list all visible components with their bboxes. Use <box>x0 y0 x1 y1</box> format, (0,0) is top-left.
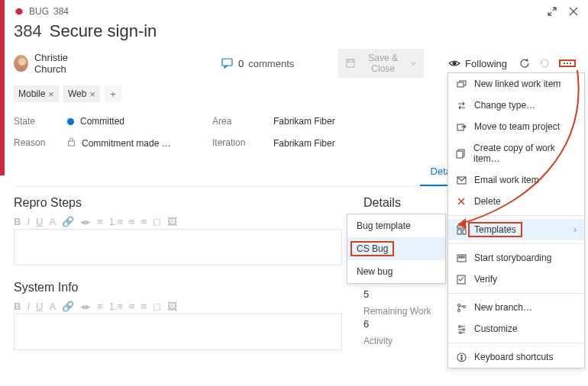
branch-icon <box>456 303 467 313</box>
comments-button[interactable]: 0 comments <box>221 58 294 69</box>
follow-button[interactable]: Following <box>465 58 507 69</box>
ctx-new-linked-work-item[interactable]: New linked work item <box>448 73 584 95</box>
ctx-verify[interactable]: Verify <box>448 269 584 290</box>
iteration-value[interactable]: Fabrikam Fiber <box>273 137 388 149</box>
svg-rect-9 <box>69 141 75 146</box>
chevron-right-icon: › <box>573 224 577 235</box>
svg-rect-20 <box>459 256 461 258</box>
work-item-id-small: 384 <box>53 6 69 17</box>
context-menu: New linked work itemChange type…Move to … <box>447 72 585 368</box>
undo-icon[interactable] <box>539 58 550 69</box>
save-close-button[interactable]: Save & Close <box>338 49 424 78</box>
work-item-title[interactable]: Secure sign-in <box>50 21 157 41</box>
svg-rect-16 <box>457 226 466 228</box>
svg-rect-14 <box>457 151 463 158</box>
menu-separator <box>448 215 584 216</box>
ctx-templates[interactable]: Templates› <box>448 219 584 240</box>
customize-icon <box>456 324 467 334</box>
rte-toolbar-2[interactable]: BIU A🔗◂▸ ≡1.≡ ≡≡ ◻🖼 <box>14 301 342 312</box>
copy-icon <box>456 149 466 159</box>
ctx-new-branch[interactable]: New branch… <box>448 297 584 318</box>
work-item-type: BUG <box>29 6 49 17</box>
reason-label: Reason <box>14 137 60 149</box>
svg-rect-5 <box>222 59 232 66</box>
svg-rect-13 <box>457 124 464 130</box>
svg-rect-30 <box>461 355 462 355</box>
keyboard-icon <box>456 352 467 362</box>
system-info-input[interactable] <box>14 314 342 350</box>
svg-rect-31 <box>461 357 462 360</box>
ctx-label: Delete <box>474 196 501 207</box>
templates-submenu: Bug template CS Bug New bug <box>347 214 446 284</box>
submenu-bug-template[interactable]: Bug template <box>347 214 445 237</box>
svg-point-26 <box>458 325 460 327</box>
section-repro-steps: Repro Steps <box>14 196 342 210</box>
rte-toolbar[interactable]: BIU A🔗◂▸ ≡1.≡ ≡≡ ◻🖼 <box>14 216 342 227</box>
ctx-label: Email work item <box>474 175 539 185</box>
expand-icon[interactable] <box>547 6 557 17</box>
ctx-label: Change type… <box>474 100 535 111</box>
move-icon <box>456 122 467 132</box>
work-item-id: 384 <box>14 21 42 41</box>
svg-rect-21 <box>462 256 464 258</box>
ctx-label: Keyboard shortcuts <box>474 352 553 362</box>
tag-web[interactable]: Web × <box>63 85 100 102</box>
submenu-new-bug[interactable]: New bug <box>347 260 445 283</box>
comments-label: comments <box>248 58 294 69</box>
ctx-label: Verify <box>474 274 497 285</box>
more-actions-button[interactable] <box>559 60 576 67</box>
ctx-keyboard-shortcuts[interactable]: Keyboard shortcuts <box>448 346 584 368</box>
comment-count: 0 <box>238 58 244 69</box>
svg-rect-12 <box>457 82 464 87</box>
refresh-icon[interactable] <box>519 58 530 69</box>
svg-rect-7 <box>348 60 354 62</box>
reason-value[interactable]: Commitment made … <box>67 137 205 149</box>
ctx-label: Move to team project <box>474 121 560 132</box>
area-value[interactable]: Fabrikam Fiber <box>273 116 388 127</box>
ctx-create-copy-of-work-item[interactable]: Create copy of work item… <box>448 137 584 169</box>
ctx-change-type[interactable]: Change type… <box>448 95 584 116</box>
assignee-name[interactable]: Christie Church <box>34 52 93 75</box>
ctx-label: New linked work item <box>474 79 561 89</box>
ctx-label: New branch… <box>474 302 532 313</box>
svg-point-0 <box>16 8 23 15</box>
ctx-label: Templates <box>468 222 522 237</box>
storyboard-icon <box>456 253 467 263</box>
svg-point-27 <box>462 328 464 330</box>
tag-mobile[interactable]: Mobile × <box>14 85 59 102</box>
ctx-label: Start storyboarding <box>474 253 551 263</box>
ctx-customize[interactable]: Customize <box>448 318 584 339</box>
swap-icon <box>456 101 467 111</box>
remove-tag-icon[interactable]: × <box>89 88 95 100</box>
bug-icon <box>14 6 24 17</box>
ctx-start-storyboarding[interactable]: Start storyboarding <box>448 247 584 269</box>
state-label: State <box>14 116 60 127</box>
state-value[interactable]: Committed <box>67 116 205 127</box>
ctx-label: Customize <box>474 323 518 334</box>
close-icon[interactable] <box>568 6 579 17</box>
lock-icon <box>67 137 76 149</box>
svg-rect-17 <box>457 230 461 234</box>
verify-icon <box>456 275 467 285</box>
mail-icon <box>456 176 467 185</box>
submenu-cs-bug[interactable]: CS Bug <box>347 237 445 260</box>
svg-point-8 <box>453 62 456 65</box>
area-label: Area <box>212 116 266 127</box>
ctx-delete[interactable]: Delete <box>448 191 584 212</box>
ctx-email-work-item[interactable]: Email work item <box>448 169 584 191</box>
add-tag-button[interactable]: + <box>105 85 121 102</box>
ctx-label: Create copy of work item… <box>473 143 577 164</box>
iteration-label: Iteration <box>212 137 266 149</box>
template-icon <box>456 225 467 235</box>
eye-icon <box>448 59 460 68</box>
menu-separator <box>448 293 584 294</box>
remove-tag-icon[interactable]: × <box>48 88 54 100</box>
svg-rect-18 <box>463 230 466 234</box>
svg-point-28 <box>459 331 461 333</box>
repro-steps-input[interactable] <box>14 229 342 265</box>
ctx-move-to-team-project[interactable]: Move to team project <box>448 116 584 137</box>
menu-separator <box>448 243 584 244</box>
avatar[interactable] <box>14 55 28 72</box>
state-dot-icon <box>67 118 74 125</box>
delete-icon <box>456 197 467 206</box>
